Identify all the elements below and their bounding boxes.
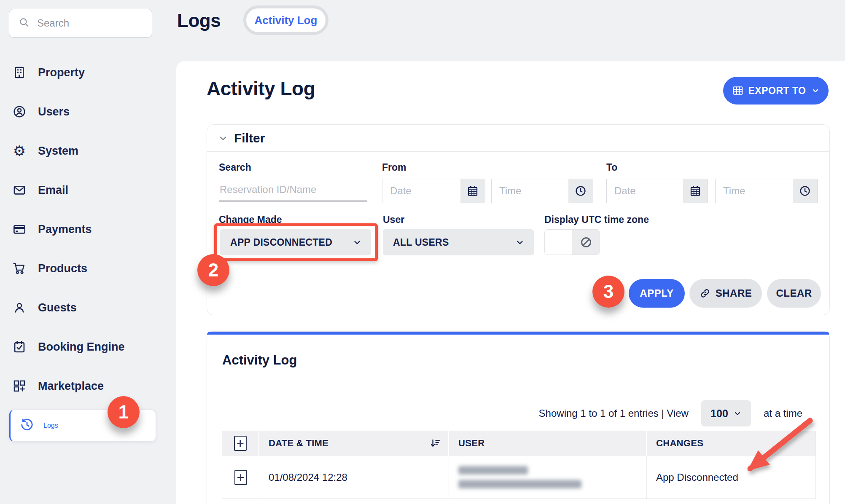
column-header-datetime[interactable]: DATE & TIME (259, 431, 449, 456)
sidebar-item-booking-engine[interactable]: Booking Engine (0, 333, 169, 360)
search-icon (19, 17, 30, 29)
sidebar-item-system[interactable]: ⚙ System (0, 137, 169, 164)
from-time-input[interactable] (492, 179, 568, 203)
column-header-user[interactable]: USER (449, 431, 647, 456)
app-root: Property Users ⚙ System Email (0, 0, 845, 504)
clear-label: CLEAR (776, 287, 812, 299)
sidebar-item-users[interactable]: Users (0, 98, 169, 125)
showing-entries-text: Showing 1 to 1 of 1 entries | View (539, 407, 689, 419)
filter-search-input[interactable] (219, 184, 367, 201)
sidebar-item-label: Payments (38, 223, 92, 236)
sidebar-item-guests[interactable]: Guests (0, 294, 169, 321)
apply-label: APPLY (640, 287, 673, 299)
clock-icon[interactable] (568, 179, 593, 203)
calendar-check-icon (12, 339, 27, 354)
sidebar-item-label: Logs (43, 422, 58, 429)
search-input[interactable] (37, 17, 134, 29)
filter-from-label: From (382, 162, 406, 173)
tutorial-step-1-badge: 1 (108, 396, 140, 428)
to-date-input[interactable] (607, 179, 683, 203)
envelope-icon (12, 182, 27, 198)
utc-timezone-toggle[interactable] (544, 229, 600, 255)
sidebar-item-label: Users (38, 105, 70, 118)
sidebar-item-label: Property (38, 66, 85, 79)
user-filter-value: ALL USERS (393, 237, 449, 248)
section-title: Activity Log (207, 77, 315, 100)
chevron-down-icon (353, 238, 362, 247)
expand-all-button[interactable]: + (234, 436, 247, 451)
chevron-down-icon (515, 238, 525, 247)
export-to-button[interactable]: EXPORT TO (723, 77, 829, 105)
page-title: Logs (177, 10, 221, 31)
table-row: + 01/08/2024 12:28 App Disconnected (222, 456, 815, 499)
blurred-user-email (458, 480, 581, 488)
sidebar-item-products[interactable]: Products (0, 255, 169, 282)
blurred-user-name (458, 466, 528, 475)
marketplace-icon (12, 378, 27, 394)
calendar-icon[interactable] (683, 179, 708, 203)
activity-log-card: Activity Log Showing 1 to 1 of 1 entries… (207, 331, 830, 504)
tutorial-step-2-badge: 2 (197, 254, 229, 286)
history-icon (20, 418, 34, 434)
tab-label: Activity Log (255, 14, 318, 27)
utc-timezone-label: Display UTC time zone (544, 214, 649, 225)
toggle-off-half (545, 230, 572, 255)
from-date-input[interactable] (382, 179, 460, 203)
table-header-row: + DATE & TIME USER (222, 431, 815, 456)
filter-search-label: Search (219, 162, 251, 173)
sidebar-item-email[interactable]: Email (0, 177, 169, 204)
sidebar-item-label: Products (38, 262, 87, 275)
filter-collapse-header[interactable]: Filter (207, 125, 829, 152)
gear-icon: ⚙ (12, 143, 27, 158)
change-made-dropdown[interactable]: APP DISCONNECTED (220, 229, 371, 255)
datetime-cell: 01/08/2024 12:28 (259, 456, 449, 499)
page-size-dropdown[interactable]: 100 (701, 400, 751, 426)
sidebar-item-property[interactable]: Property (0, 59, 169, 86)
sidebar-item-label: Marketplace (38, 380, 104, 393)
to-time-field (715, 179, 818, 203)
sort-descending-icon[interactable] (430, 438, 441, 449)
table-grid-icon (732, 85, 743, 96)
filter-card: Filter Search From (207, 124, 830, 315)
prohibition-icon (580, 236, 592, 249)
sidebar-item-label: Guests (38, 301, 77, 314)
column-header-changes[interactable]: CHANGES (647, 431, 816, 456)
guest-icon (12, 300, 27, 315)
apply-button[interactable]: APPLY (629, 279, 685, 308)
clock-icon[interactable] (793, 179, 817, 203)
filter-to-label: To (606, 162, 617, 173)
user-dropdown[interactable]: ALL USERS (383, 229, 534, 255)
chevron-down-icon (218, 133, 228, 143)
expand-all-header-cell: + (222, 431, 259, 456)
sidebar-item-label: System (38, 145, 78, 158)
link-icon (700, 288, 710, 299)
main-panel: Activity Log EXPORT TO (176, 61, 845, 504)
calendar-icon[interactable] (460, 179, 485, 203)
change-made-value: APP DISCONNECTED (230, 237, 332, 248)
user-filter-label: User (383, 214, 404, 225)
chevron-down-icon (733, 409, 742, 418)
chevron-down-icon (811, 86, 820, 95)
clear-button[interactable]: CLEAR (767, 279, 821, 308)
pagination-summary: Showing 1 to 1 of 1 entries | View 100 a… (539, 400, 802, 426)
sidebar-item-payments[interactable]: Payments (0, 216, 169, 243)
tab-activity-log[interactable]: Activity Log (243, 5, 328, 35)
to-time-input[interactable] (716, 179, 793, 203)
card-accent-bar (207, 332, 829, 335)
sidebar-item-label: Booking Engine (38, 340, 125, 354)
share-button[interactable]: SHARE (689, 279, 762, 308)
change-made-label: Change Made (219, 214, 282, 225)
changes-cell: App Disconnected (647, 456, 816, 499)
users-icon (12, 104, 27, 119)
sidebar-item-label: Email (38, 184, 68, 197)
sidebar-item-marketplace[interactable]: Marketplace (0, 373, 169, 399)
credit-card-icon (12, 222, 27, 237)
page-size-value: 100 (710, 407, 728, 420)
from-time-field (491, 179, 593, 203)
sidebar-search[interactable] (9, 9, 152, 38)
to-date-field (606, 179, 708, 203)
activity-log-table: + DATE & TIME USER (222, 431, 816, 499)
filter-title: Filter (234, 131, 265, 145)
expand-row-button[interactable]: + (234, 470, 247, 485)
share-label: SHARE (716, 287, 752, 299)
